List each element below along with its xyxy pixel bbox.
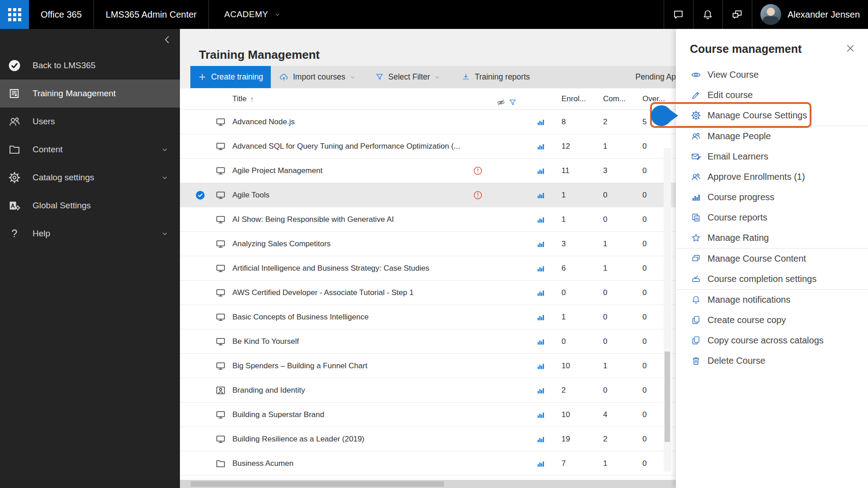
pending-approvals-button[interactable]: Pending Ap — [635, 72, 676, 82]
course-progress-button[interactable] — [536, 329, 545, 354]
course-progress-button[interactable] — [536, 110, 545, 134]
sidebar-item-content[interactable]: Content — [0, 136, 180, 164]
course-progress-button[interactable] — [536, 256, 545, 281]
sidebar: Back to LMS365Training ManagementUsersCo… — [0, 29, 180, 488]
column-header-enrolled[interactable]: Enrol... — [561, 89, 586, 109]
people-icon — [691, 131, 701, 141]
chevron-down-icon — [274, 11, 281, 18]
training-reports-button[interactable]: Training reports — [461, 72, 530, 82]
course-progress-button[interactable] — [536, 354, 545, 378]
course-title: Advanced Node.js — [232, 110, 295, 134]
chat-button[interactable] — [664, 0, 693, 29]
select-filter-button[interactable]: Select Filter — [375, 72, 440, 82]
panel-item-email-learners[interactable]: Email Learners — [676, 146, 868, 167]
course-title: Business Acumen — [232, 451, 293, 476]
course-progress-button[interactable] — [536, 451, 545, 476]
course-progress-button[interactable] — [536, 134, 545, 159]
course-progress-button[interactable] — [536, 403, 545, 427]
table-row[interactable]: Building a Superstar Brand1040 — [180, 403, 676, 427]
completed-count: 1 — [603, 239, 607, 249]
close-icon[interactable] — [845, 43, 855, 53]
table-row[interactable]: Analyzing Sales Competitors310 — [180, 232, 676, 256]
vertical-scrollbar — [664, 148, 671, 472]
topbar: Office 365 LMS365 Admin Center ACADEMY A… — [0, 0, 868, 29]
people-icon — [691, 172, 701, 182]
vertical-scrollbar-thumb[interactable] — [665, 352, 670, 442]
table-row[interactable]: Basic Concepts of Business Intelligence1… — [180, 305, 676, 329]
global-icon — [8, 199, 21, 212]
table-row[interactable]: Be Kind To Yourself000 — [180, 329, 676, 354]
warning-icon — [473, 166, 483, 176]
panel-item-approve-enrollments-1[interactable]: Approve Enrollments (1) — [676, 167, 868, 187]
panel-item-course-progress[interactable]: Course progress — [676, 187, 868, 207]
table-row[interactable]: Agile Tools100 — [180, 183, 676, 207]
table-row[interactable]: Advanced SQL for Query Tuning and Perfor… — [180, 134, 676, 159]
course-progress-button[interactable] — [536, 427, 545, 451]
feedback-button[interactable] — [723, 0, 752, 29]
table-row[interactable]: Advanced Node.js825 — [180, 110, 676, 134]
column-header-completed[interactable]: Com... — [603, 89, 626, 109]
brand-office365[interactable]: Office 365 — [29, 9, 94, 20]
sidebar-item-users[interactable]: Users — [0, 108, 180, 136]
training-reports-label: Training reports — [475, 72, 530, 82]
monitor-icon — [215, 361, 226, 371]
completed-count: 1 — [603, 361, 607, 371]
table-row[interactable]: AWS Certified Developer - Associate Tuto… — [180, 281, 676, 305]
course-title: Building a Superstar Brand — [232, 403, 324, 427]
sidebar-item-training-management[interactable]: Training Management — [0, 80, 180, 108]
course-title: AI Show: Being Responsible with Generati… — [232, 207, 394, 232]
panel-item-manage-people[interactable]: Manage People — [676, 126, 868, 146]
overdue-count: 0 — [642, 361, 646, 371]
column-header-title[interactable]: Title↑ — [232, 89, 254, 109]
app-launcher-button[interactable] — [0, 0, 29, 29]
panel-item-manage-course-settings[interactable]: Manage Course Settings — [676, 105, 868, 126]
course-progress-button[interactable] — [536, 183, 545, 207]
column-header-overdue[interactable]: Over... — [642, 89, 665, 109]
course-progress-button[interactable] — [536, 281, 545, 305]
chart-bars-icon — [536, 313, 545, 322]
table-row[interactable]: Big Spenders – Building a Funnel Chart10… — [180, 354, 676, 378]
completed-count: 0 — [603, 313, 607, 322]
course-progress-button[interactable] — [536, 207, 545, 232]
user-menu[interactable]: Alexander Jensen — [752, 4, 868, 25]
notifications-button[interactable] — [693, 0, 722, 29]
gear-icon — [8, 171, 21, 184]
enrolled-count: 10 — [561, 361, 570, 371]
overdue-count: 0 — [642, 313, 646, 322]
sidebar-item-help[interactable]: ?Help — [0, 220, 180, 248]
panel-item-delete-course[interactable]: Delete Course — [676, 351, 868, 371]
course-progress-button[interactable] — [536, 305, 545, 329]
course-progress-button[interactable] — [536, 378, 545, 403]
panel-item-course-completion-settings[interactable]: Course completion settings — [676, 269, 868, 289]
panel-item-course-reports[interactable]: Course reports — [676, 207, 868, 228]
create-training-button[interactable]: Create training — [190, 66, 271, 88]
panel-item-manage-rating[interactable]: Manage Rating — [676, 228, 868, 248]
course-progress-button[interactable] — [536, 232, 545, 256]
table-row[interactable]: Agile Project Management1130 — [180, 159, 676, 183]
panel-item-create-course-copy[interactable]: Create course copy — [676, 310, 868, 330]
sidebar-item-global-settings[interactable]: Global Settings — [0, 192, 180, 220]
app-title[interactable]: LMS365 Admin Center — [94, 9, 208, 20]
tenant-dropdown[interactable]: ACADEMY — [209, 9, 296, 19]
table-row[interactable]: AI Show: Being Responsible with Generati… — [180, 207, 676, 232]
panel-item-manage-course-content[interactable]: Manage Course Content — [676, 249, 868, 269]
panel-item-manage-notifications[interactable]: Manage notifications — [676, 290, 868, 310]
table-row[interactable]: Business Acumen710 — [180, 451, 676, 476]
sidebar-item-label: Back to LMS365 — [33, 61, 95, 70]
panel-item-label: Manage Course Content — [708, 253, 806, 264]
table-row[interactable]: Artificial Intelligence and Business Str… — [180, 256, 676, 281]
course-progress-button[interactable] — [536, 159, 545, 183]
sidebar-item-catalog-settings[interactable]: Catalog settings — [0, 164, 180, 192]
panel-item-edit-course[interactable]: Edit course — [676, 85, 868, 105]
table-row[interactable]: Branding and Identity200 — [180, 378, 676, 403]
panel-item-view-course[interactable]: View Course — [676, 65, 868, 85]
import-courses-button[interactable]: Import courses — [279, 72, 356, 82]
table-row[interactable]: Building Resilience as a Leader (2019)19… — [180, 427, 676, 451]
panel-item-copy-course-across-catalogs[interactable]: Copy course across catalogs — [676, 330, 868, 351]
sidebar-item-back-to-lms365[interactable]: Back to LMS365 — [0, 52, 180, 80]
funnel-icon — [508, 98, 517, 107]
completed-count: 0 — [603, 337, 607, 346]
horizontal-scrollbar-thumb[interactable] — [191, 481, 444, 487]
sidebar-item-label: Global Settings — [33, 201, 91, 211]
sidebar-collapse-button[interactable] — [162, 34, 173, 45]
